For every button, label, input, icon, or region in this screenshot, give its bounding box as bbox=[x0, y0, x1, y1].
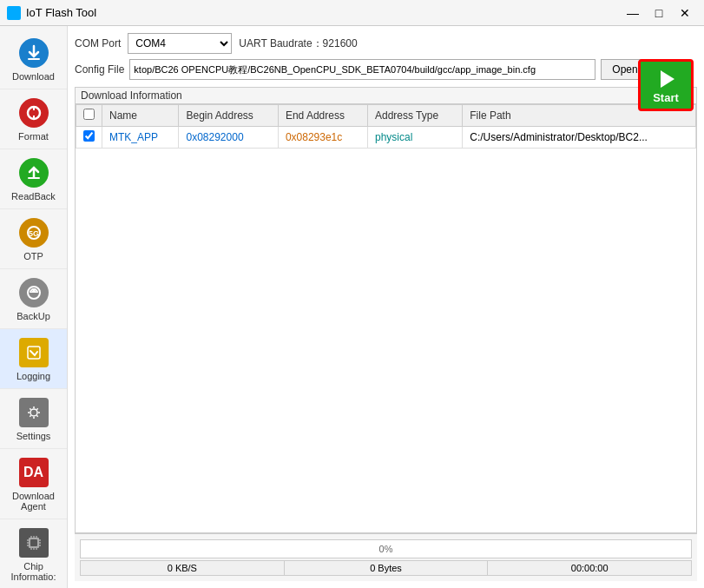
download-info-section: Download Information Name Begin Address … bbox=[75, 87, 697, 533]
sidebar-item-download[interactable]: Download bbox=[0, 30, 67, 89]
bytes-stat: 0 Bytes bbox=[285, 560, 489, 576]
maximize-button[interactable]: □ bbox=[647, 3, 671, 23]
sidebar-item-logging[interactable]: Logging bbox=[0, 329, 67, 389]
title-bar-left: IoT Flash Tool bbox=[7, 6, 96, 20]
app-title: IoT Flash Tool bbox=[26, 6, 96, 19]
start-button-container: Start bbox=[638, 59, 694, 111]
com-port-row: COM Port COM4 UART Baudrate：921600 bbox=[75, 33, 697, 54]
row-name: MTK_APP bbox=[102, 127, 179, 149]
config-file-row: Config File Open bbox=[75, 59, 697, 80]
download-icon bbox=[17, 36, 50, 69]
sidebar-item-readback[interactable]: ReadBack bbox=[0, 149, 67, 209]
speed-stat: 0 KB/S bbox=[80, 560, 285, 576]
sidebar-item-otp[interactable]: 5G OTP bbox=[0, 209, 67, 269]
row-check-cell[interactable] bbox=[76, 127, 102, 149]
row-checkbox[interactable] bbox=[83, 130, 95, 142]
start-button[interactable]: Start bbox=[638, 59, 694, 111]
select-all-checkbox[interactable] bbox=[83, 109, 95, 120]
config-file-label: Config File bbox=[75, 63, 124, 76]
svg-rect-4 bbox=[28, 177, 40, 179]
col-check bbox=[76, 105, 102, 127]
com-port-label: COM Port bbox=[75, 37, 121, 50]
svg-rect-11 bbox=[30, 539, 37, 546]
row-address-type: physical bbox=[367, 127, 462, 149]
main-layout: Download Format ReadBack 5G bbox=[0, 26, 704, 588]
svg-marker-24 bbox=[661, 70, 674, 88]
baud-rate-label: UART Baudrate：921600 bbox=[239, 36, 357, 51]
sidebar-item-logging-label: Logging bbox=[16, 371, 50, 381]
sidebar-item-chip-label: Chip Informatio: bbox=[11, 561, 56, 582]
logging-icon bbox=[17, 336, 50, 369]
download-table: Name Begin Address End Address Address T… bbox=[76, 104, 696, 149]
table-row: MTK_APP 0x08292000 0x08293e1c physical C… bbox=[76, 127, 696, 149]
sidebar-item-da-label: Download Agent bbox=[12, 491, 55, 512]
svg-text:5G: 5G bbox=[28, 229, 38, 238]
col-name: Name bbox=[102, 105, 179, 127]
svg-point-9 bbox=[30, 409, 37, 416]
row-begin-address: 0x08292000 bbox=[179, 127, 278, 149]
status-bar: 0% 0 KB/S 0 Bytes 00:00:00 bbox=[75, 533, 697, 581]
minimize-button[interactable]: — bbox=[621, 3, 645, 23]
sidebar-item-otp-label: OTP bbox=[23, 251, 43, 261]
app-icon bbox=[7, 6, 21, 20]
svg-rect-0 bbox=[28, 58, 40, 60]
format-icon bbox=[17, 96, 50, 129]
sidebar-item-format-label: Format bbox=[18, 131, 49, 142]
sidebar-item-backup[interactable]: BackUp bbox=[0, 269, 67, 329]
window-controls: — □ ✕ bbox=[621, 3, 697, 23]
config-file-input[interactable] bbox=[129, 59, 595, 80]
svg-rect-8 bbox=[28, 347, 40, 359]
settings-icon bbox=[17, 396, 50, 429]
sidebar-item-download-agent[interactable]: DA Download Agent bbox=[0, 449, 67, 519]
sidebar-item-chip-info[interactable]: Chip Informatio: bbox=[0, 519, 67, 588]
backup-icon bbox=[17, 276, 50, 309]
row-file-path: C:/Users/Administrator/Desktop/BC2... bbox=[463, 127, 696, 149]
row-end-address: 0x08293e1c bbox=[278, 127, 367, 149]
sidebar-item-format[interactable]: Format bbox=[0, 89, 67, 149]
com-port-select[interactable]: COM4 bbox=[128, 33, 232, 54]
download-table-scroll: Name Begin Address End Address Address T… bbox=[76, 104, 696, 532]
content-area: Start COM Port COM4 UART Baudrate：921600… bbox=[68, 26, 704, 588]
progress-row: 0% bbox=[80, 539, 692, 558]
col-type: Address Type bbox=[367, 105, 462, 127]
progress-label: 0% bbox=[81, 544, 691, 554]
col-end: End Address bbox=[278, 105, 367, 127]
stats-row: 0 KB/S 0 Bytes 00:00:00 bbox=[80, 560, 692, 576]
download-info-title: Download Information bbox=[76, 88, 696, 104]
otp-icon: 5G bbox=[17, 216, 50, 249]
download-agent-icon: DA bbox=[17, 456, 50, 489]
sidebar: Download Format ReadBack 5G bbox=[0, 26, 68, 588]
sidebar-item-download-label: Download bbox=[12, 71, 55, 82]
sidebar-item-settings[interactable]: Settings bbox=[0, 389, 67, 449]
col-begin: Begin Address bbox=[179, 105, 278, 127]
sidebar-item-backup-label: BackUp bbox=[16, 311, 50, 321]
sidebar-item-readback-label: ReadBack bbox=[11, 191, 56, 202]
chip-info-icon bbox=[17, 526, 50, 559]
title-bar: IoT Flash Tool — □ ✕ bbox=[0, 0, 704, 26]
close-button[interactable]: ✕ bbox=[673, 3, 697, 23]
time-stat: 00:00:00 bbox=[488, 560, 692, 576]
readback-icon bbox=[17, 156, 50, 189]
sidebar-item-settings-label: Settings bbox=[16, 431, 51, 441]
